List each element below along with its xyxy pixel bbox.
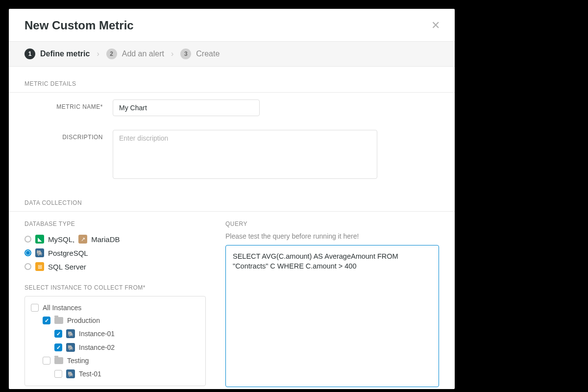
column-right: QUERY Please test the query before runni… [225, 220, 439, 389]
step-number: 2 [106, 49, 117, 59]
query-input[interactable] [225, 245, 439, 387]
checkbox-icon [54, 370, 62, 378]
row-description: DISCRIPTION [9, 123, 455, 186]
tree-label: Instance-02 [79, 343, 115, 351]
postgresql-icon: 🐘 [66, 343, 75, 352]
close-icon[interactable]: ✕ [431, 20, 440, 31]
tree-label: Testing [67, 357, 89, 365]
description-input[interactable] [113, 130, 377, 179]
mariadb-label: MariaDB [91, 235, 120, 244]
row-metric-name: METRIC NAME* [9, 93, 455, 123]
instance-tree: All Instances ✓ Production ✓ 🐘 Instance-… [24, 296, 206, 386]
tree-all-instances[interactable]: All Instances [31, 301, 199, 314]
step-define-metric[interactable]: 1 Define metric [24, 49, 90, 59]
label-metric-name: METRIC NAME* [24, 99, 113, 110]
checkbox-icon: ✓ [54, 330, 62, 338]
radio-icon [24, 249, 31, 256]
modal-body: METRIC DETAILS METRIC NAME* DISCRIPTION … [9, 67, 455, 389]
tree-instance-02[interactable]: ✓ 🐘 Instance-02 [31, 341, 199, 354]
steps-bar: 1 Define metric › 2 Add an alert › 3 Cre… [9, 41, 455, 67]
postgresql-icon: 🐘 [66, 369, 75, 378]
tree-test-01[interactable]: 🐘 Test-01 [31, 367, 199, 381]
step-label: Add an alert [122, 49, 164, 58]
checkbox-icon: ✓ [54, 343, 62, 351]
tree-production[interactable]: ✓ Production [31, 314, 199, 327]
postgresql-label: PostgreSQL [48, 249, 88, 257]
radio-mysql-mariadb[interactable]: ◣ MySQL, ↗ MariaDB [24, 232, 206, 246]
folder-icon [54, 357, 63, 364]
query-hint: Please test the query before running it … [225, 232, 439, 240]
data-collection-columns: DATABASE TYPE ◣ MySQL, ↗ MariaDB 🐘 Postg… [9, 212, 455, 389]
label-select-instance: SELECT INSTANCE TO COLLECT FROM* [24, 284, 206, 291]
step-number: 1 [24, 49, 35, 59]
modal-title: New Custom Metric [24, 19, 134, 32]
checkbox-icon [31, 304, 39, 312]
tree-label: Production [67, 317, 100, 324]
mysql-icon: ◣ [35, 235, 44, 244]
label-query: QUERY [225, 220, 439, 227]
checkbox-icon [43, 357, 50, 365]
metric-name-input[interactable] [113, 99, 260, 116]
sqlserver-icon: ⊞ [35, 262, 44, 271]
radio-sqlserver[interactable]: ⊞ SQL Server [24, 260, 206, 273]
tree-instance-01[interactable]: ✓ 🐘 Instance-01 [31, 327, 199, 341]
modal-header: New Custom Metric ✕ [9, 9, 455, 41]
tree-label: Instance-01 [79, 330, 115, 338]
label-description: DISCRIPTION [24, 130, 113, 141]
step-create[interactable]: 3 Create [180, 49, 220, 59]
chevron-right-icon: › [171, 49, 173, 58]
step-add-alert[interactable]: 2 Add an alert [106, 49, 164, 59]
section-data-collection: DATA COLLECTION [9, 186, 455, 212]
radio-icon [24, 236, 31, 243]
step-label: Define metric [40, 49, 90, 58]
step-number: 3 [180, 49, 191, 59]
tree-label: Test-01 [79, 370, 101, 378]
section-metric-details: METRIC DETAILS [9, 67, 455, 93]
mariadb-icon: ↗ [78, 235, 87, 244]
radio-postgresql[interactable]: 🐘 PostgreSQL [24, 246, 206, 260]
mysql-label: MySQL, [48, 235, 74, 244]
column-left: DATABASE TYPE ◣ MySQL, ↗ MariaDB 🐘 Postg… [24, 220, 206, 389]
new-custom-metric-modal: New Custom Metric ✕ 1 Define metric › 2 … [9, 9, 455, 389]
step-label: Create [196, 49, 220, 58]
tree-label: All Instances [43, 304, 81, 312]
label-database-type: DATABASE TYPE [24, 220, 206, 227]
postgresql-icon: 🐘 [35, 248, 44, 257]
checkbox-icon: ✓ [43, 317, 50, 324]
radio-icon [24, 263, 31, 270]
tree-testing[interactable]: Testing [31, 354, 199, 367]
postgresql-icon: 🐘 [66, 329, 75, 338]
sqlserver-label: SQL Server [48, 263, 86, 271]
folder-icon [54, 317, 63, 324]
chevron-right-icon: › [97, 49, 99, 58]
